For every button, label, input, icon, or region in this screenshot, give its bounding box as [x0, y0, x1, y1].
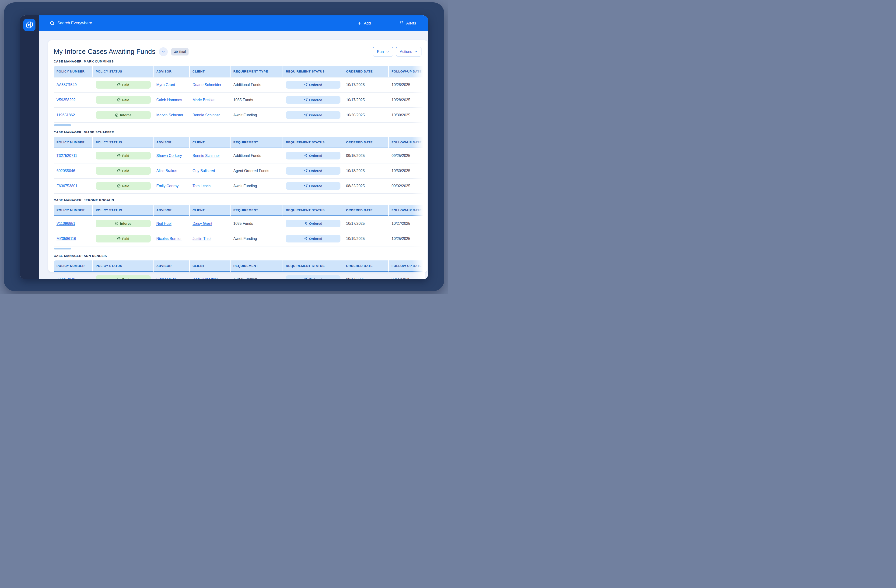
column-header[interactable]: POLICY STATUS: [93, 137, 154, 148]
table-row: T327520711 Paid Shawn Corkery Bennie Sch…: [54, 148, 425, 163]
table-row: V11096851 Inforce Neil Huel Daisy Grant …: [54, 216, 425, 231]
ordered-date: 10/17/2025: [346, 222, 365, 225]
client-link[interactable]: Daisy Grant: [192, 222, 212, 225]
advisor-link[interactable]: Garry Miller: [156, 277, 176, 280]
table-row: F636753801 Paid Emily Conroy Tom Lesch A…: [54, 179, 425, 194]
table-horizontal-scrollbar[interactable]: [54, 124, 71, 126]
column-header[interactable]: POLICY STATUS: [93, 66, 154, 77]
search-input[interactable]: [57, 21, 155, 26]
send-icon: [304, 154, 308, 157]
advisor-link[interactable]: Nicolas Bernier: [156, 237, 181, 241]
requirement-status-label: Ordered: [309, 169, 322, 173]
column-header[interactable]: ORDERED DATE: [343, 137, 389, 148]
column-header[interactable]: ADVISOR: [154, 66, 190, 77]
column-header[interactable]: ADVISOR: [154, 205, 190, 216]
column-header[interactable]: FOLLOW-UP DATE: [389, 137, 425, 148]
client-link[interactable]: Marie Brekke: [192, 98, 215, 102]
column-header[interactable]: POLICY NUMBER: [54, 137, 93, 148]
advisor-link[interactable]: Marvin Schuster: [156, 113, 183, 117]
requirement-cell-text: Agent Ordered Funds: [233, 169, 269, 173]
policy-number-link[interactable]: 119651862: [56, 113, 75, 117]
client-link[interactable]: Bennie Schinner: [192, 113, 220, 117]
column-header[interactable]: POLICY NUMBER: [54, 260, 93, 272]
policy-number-link[interactable]: 382913048: [56, 277, 75, 280]
advisor-link[interactable]: Myra Grant: [156, 83, 175, 87]
column-header[interactable]: REQUIREMENT STATUS: [283, 205, 343, 216]
requirement-cell-text: 1035 Funds: [233, 222, 253, 225]
alerts-button[interactable]: Alerts: [387, 15, 428, 31]
table-header-row: POLICY NUMBERPOLICY STATUSADVISORCLIENTR…: [54, 137, 425, 148]
client-link[interactable]: Duane Schneider: [192, 83, 221, 87]
policy-number-link[interactable]: T327520711: [56, 153, 77, 158]
client-link[interactable]: Bennie Schinner: [192, 153, 220, 158]
policy-number-link[interactable]: AA387R549: [56, 83, 76, 87]
advisor-link[interactable]: Alice Brakus: [156, 169, 177, 173]
column-header[interactable]: CLIENT: [190, 205, 230, 216]
app-logo[interactable]: [23, 19, 35, 31]
column-header[interactable]: FOLLOW-UP DATE: [389, 66, 425, 77]
table-horizontal-scrollbar[interactable]: [54, 248, 71, 249]
column-header[interactable]: CLIENT: [190, 66, 230, 77]
column-header[interactable]: ORDERED DATE: [343, 260, 389, 272]
case-manager-section: CASE MANAGER: MARK CUMMINGS POLICY NUMBE…: [54, 60, 425, 126]
column-header[interactable]: POLICY STATUS: [93, 260, 154, 272]
client-link[interactable]: Inez Rutherford: [192, 277, 218, 280]
column-header[interactable]: POLICY STATUS: [93, 205, 154, 216]
cases-table: POLICY NUMBERPOLICY STATUSADVISORCLIENTR…: [54, 66, 425, 123]
follow-up-date: 10/28/2025: [392, 83, 410, 87]
actions-button[interactable]: Actions: [396, 47, 421, 56]
run-button[interactable]: Run: [373, 47, 393, 56]
column-header[interactable]: POLICY NUMBER: [54, 66, 93, 77]
column-header[interactable]: ADVISOR: [154, 137, 190, 148]
column-header[interactable]: REQUIREMENT STATUS: [283, 137, 343, 148]
policy-number-link[interactable]: F636753801: [56, 184, 78, 188]
column-header[interactable]: POLICY NUMBER: [54, 205, 93, 216]
case-manager-section: CASE MANAGER: ANN DENESIK POLICY NUMBERP…: [54, 254, 425, 279]
requirement-status-label: Ordered: [309, 98, 322, 102]
client-link[interactable]: Guy Balistreri: [192, 169, 215, 173]
requirement-cell-text: Additional Funds: [233, 153, 261, 158]
advisor-link[interactable]: Shawn Corkery: [156, 153, 182, 158]
column-header[interactable]: CLIENT: [190, 260, 230, 272]
send-icon: [304, 83, 308, 87]
advisor-link[interactable]: Caleb Hammes: [156, 98, 182, 102]
check-circle-icon: [117, 277, 120, 279]
column-header[interactable]: REQUIREMENT: [230, 137, 283, 148]
advisor-link[interactable]: Neil Huel: [156, 222, 172, 225]
policy-number-link[interactable]: V11096851: [56, 222, 75, 225]
column-header[interactable]: FOLLOW-UP DATE: [389, 260, 425, 272]
column-header[interactable]: REQUIREMENT TYPE: [230, 66, 283, 77]
policy-number-link[interactable]: MZ3586116: [56, 237, 76, 241]
table-header-row: POLICY NUMBERPOLICY STATUSADVISORCLIENTR…: [54, 205, 425, 216]
column-header[interactable]: FOLLOW-UP DATE: [389, 205, 425, 216]
run-button-label: Run: [377, 50, 384, 54]
cases-table-wrapper: POLICY NUMBERPOLICY STATUSADVISORCLIENTR…: [54, 260, 425, 279]
column-header[interactable]: REQUIREMENT: [230, 260, 283, 272]
column-header[interactable]: ORDERED DATE: [343, 66, 389, 77]
column-header[interactable]: CLIENT: [190, 137, 230, 148]
advisor-link[interactable]: Emily Conroy: [156, 184, 178, 188]
table-header-row: POLICY NUMBERPOLICY STATUSADVISORCLIENTR…: [54, 260, 425, 272]
policy-status-badge: Paid: [96, 182, 151, 190]
column-header[interactable]: REQUIREMENT STATUS: [283, 66, 343, 77]
topbar: Add Alerts: [39, 15, 428, 31]
requirement-cell-text: Await Funding: [233, 113, 257, 117]
client-link[interactable]: Justin Thiel: [192, 237, 212, 241]
column-header[interactable]: REQUIREMENT STATUS: [283, 260, 343, 272]
policy-status-label: Inforce: [120, 222, 131, 225]
check-circle-icon: [117, 154, 120, 157]
section-label: CASE MANAGER: MARK CUMMINGS: [54, 60, 425, 63]
add-button[interactable]: Add: [341, 15, 387, 31]
policy-number-link[interactable]: 602055046: [56, 169, 75, 173]
column-header[interactable]: ADVISOR: [154, 260, 190, 272]
sidebar-nav: [20, 15, 39, 279]
report-collapse-button[interactable]: [159, 47, 168, 56]
requirement-status-label: Ordered: [309, 154, 322, 158]
requirement-status-label: Ordered: [309, 222, 322, 225]
ordered-date: 10/18/2025: [346, 169, 365, 173]
requirement-cell-text: 1035 Funds: [233, 98, 253, 102]
policy-number-link[interactable]: V59358292: [56, 98, 76, 102]
column-header[interactable]: ORDERED DATE: [343, 205, 389, 216]
client-link[interactable]: Tom Lesch: [192, 184, 210, 188]
column-header[interactable]: REQUIREMENT: [230, 205, 283, 216]
